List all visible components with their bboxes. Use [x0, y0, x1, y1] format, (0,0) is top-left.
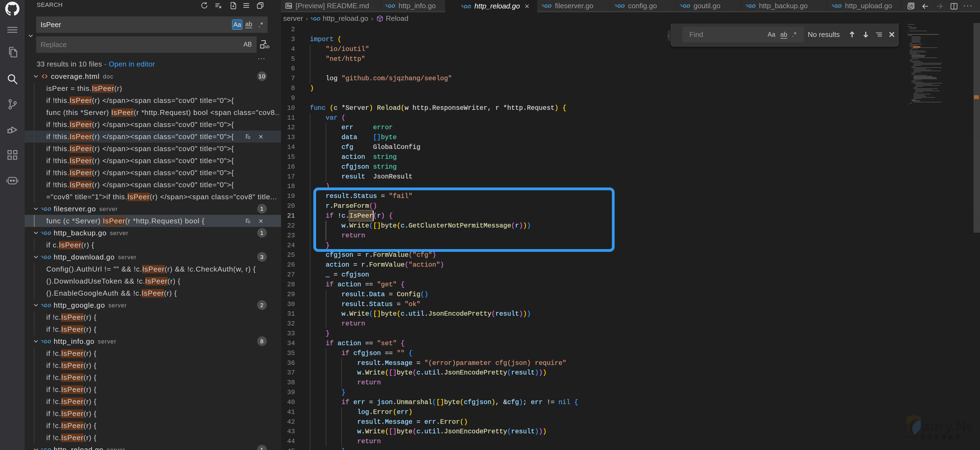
svg-text:GO: GO [43, 207, 51, 212]
svg-text:GO: GO [43, 303, 51, 308]
svg-text:GO: GO [617, 3, 624, 9]
svg-text:GO: GO [43, 339, 51, 344]
svg-text:GO: GO [43, 231, 51, 236]
svg-text:aury.Net: aury.Net [921, 418, 972, 434]
svg-text:GO: GO [834, 3, 842, 9]
svg-text:ab: ab [265, 44, 270, 49]
svg-text:GO: GO [43, 255, 51, 260]
svg-text:GO: GO [43, 448, 51, 450]
svg-text:GO: GO [388, 3, 395, 9]
svg-text:GO: GO [464, 4, 471, 9]
svg-text:GO: GO [313, 16, 320, 21]
svg-text:GO: GO [544, 3, 551, 9]
svg-text:GO: GO [748, 3, 756, 9]
svg-text:GO: GO [683, 3, 690, 9]
